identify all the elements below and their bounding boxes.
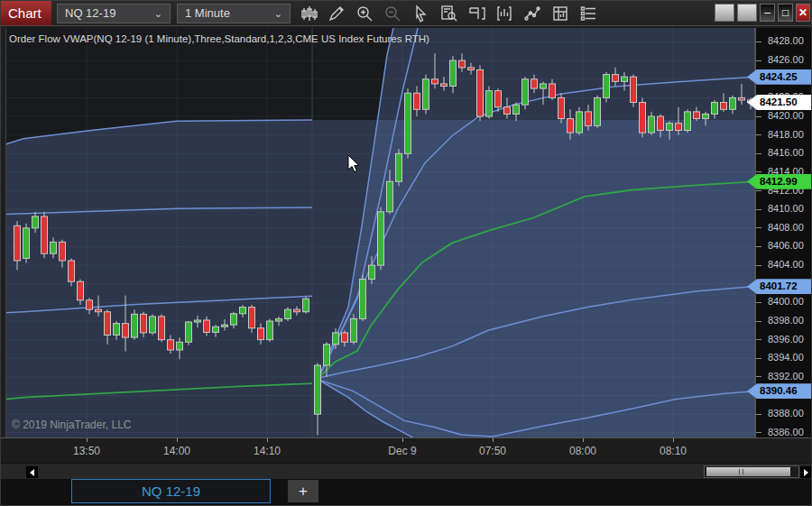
candle-up bbox=[378, 212, 384, 265]
scroll-right-button[interactable] bbox=[800, 466, 812, 478]
zoom-out-icon[interactable] bbox=[383, 4, 402, 23]
candle-up bbox=[132, 314, 138, 337]
candle-up bbox=[177, 342, 183, 350]
candle-up bbox=[240, 308, 246, 314]
price-tick-mark bbox=[756, 246, 761, 247]
price-tick-label: 8396.00 bbox=[768, 334, 804, 345]
price-tick-label: 8392.00 bbox=[768, 371, 804, 382]
price-tick-label: 8428.00 bbox=[768, 35, 804, 46]
candle-up bbox=[396, 153, 402, 181]
price-tick-mark bbox=[756, 302, 761, 303]
price-tick-mark bbox=[756, 432, 761, 433]
price-tick-label: 8388.00 bbox=[768, 408, 804, 419]
indicator-label: Order Flow VWAP(NQ 12-19 (1 Minute),Thre… bbox=[9, 33, 429, 44]
price-tick-label: 8400.00 bbox=[768, 296, 804, 307]
title-bar: Chart NQ 12-19 ⌄ 1 Minute ⌄ –□✕ bbox=[1, 1, 812, 26]
instrument-selector[interactable]: NQ 12-19 ⌄ bbox=[57, 4, 171, 23]
drawing-tools-icon[interactable] bbox=[522, 4, 542, 23]
properties-list-icon[interactable] bbox=[578, 4, 598, 23]
tab-nq-12-19[interactable]: NQ 12-19 bbox=[71, 479, 271, 503]
chevron-down-icon: ⌄ bbox=[154, 5, 162, 23]
candle-up bbox=[351, 318, 357, 342]
time-axis[interactable]: 13:5014:0014:10Dec 907:5008:0008:10 bbox=[1, 437, 812, 463]
time-tick-mark bbox=[493, 438, 494, 442]
minimize-button[interactable]: – bbox=[760, 4, 775, 22]
price-axis[interactable]: 8428.008426.008424.008422.008420.008418.… bbox=[755, 28, 812, 437]
price-tick-label: 8416.00 bbox=[768, 147, 804, 158]
candle-down bbox=[42, 216, 48, 253]
candle-down bbox=[69, 261, 75, 281]
candle-up bbox=[23, 228, 30, 259]
time-tick-label: 08:10 bbox=[660, 445, 687, 457]
interval-selector[interactable]: 1 Minute ⌄ bbox=[177, 4, 291, 23]
candle-up bbox=[303, 299, 309, 311]
chart-plot-area[interactable] bbox=[1, 28, 755, 437]
price-tick-mark bbox=[756, 60, 761, 61]
candle-down bbox=[342, 333, 348, 342]
scrollbar-grip bbox=[739, 469, 740, 474]
candle-up bbox=[405, 93, 411, 153]
time-tick-mark bbox=[87, 438, 88, 442]
candle-up bbox=[667, 124, 673, 131]
candle-up bbox=[540, 84, 547, 88]
time-tick-mark bbox=[583, 438, 584, 442]
indicators-icon[interactable] bbox=[494, 4, 514, 23]
price-tick-label: 8398.00 bbox=[768, 315, 804, 326]
time-tick-label: 13:50 bbox=[73, 445, 100, 457]
candle-up bbox=[360, 280, 366, 319]
candle-up bbox=[315, 365, 321, 414]
candle-up bbox=[150, 317, 156, 333]
price-tick-label: 8420.00 bbox=[768, 110, 804, 121]
price-tick-mark bbox=[756, 171, 761, 172]
price-marker-last: 8421.50 bbox=[747, 95, 812, 110]
candle-down bbox=[459, 60, 466, 68]
strategy-grid-icon[interactable] bbox=[550, 4, 570, 23]
maximize-button[interactable]: □ bbox=[778, 4, 793, 22]
pointer-icon[interactable] bbox=[411, 4, 430, 23]
tab-label: NQ 12-19 bbox=[142, 483, 200, 499]
add-tab-button[interactable]: + bbox=[288, 480, 318, 502]
candle-down bbox=[432, 79, 438, 84]
candle-up bbox=[387, 181, 393, 212]
close-button[interactable]: ✕ bbox=[796, 4, 810, 22]
price-tick-label: 8408.00 bbox=[768, 222, 804, 233]
price-tick-mark bbox=[756, 376, 761, 377]
price-tick-mark bbox=[756, 116, 761, 117]
data-box-icon[interactable] bbox=[438, 4, 458, 23]
candle-up bbox=[595, 97, 601, 125]
candle-up bbox=[285, 309, 291, 318]
window-option-2-button[interactable] bbox=[737, 4, 757, 22]
candle-down bbox=[96, 309, 102, 312]
scroll-row bbox=[1, 463, 812, 479]
candle-up bbox=[622, 77, 628, 81]
price-tick-label: 8410.00 bbox=[768, 203, 804, 214]
candle-down bbox=[60, 242, 66, 261]
horizontal-scrollbar[interactable] bbox=[704, 465, 799, 478]
panel-split-icon[interactable] bbox=[466, 4, 486, 23]
candle-down bbox=[567, 119, 574, 133]
price-tick-mark bbox=[756, 414, 761, 415]
price-tick-mark bbox=[756, 321, 761, 322]
candle-down bbox=[468, 68, 475, 70]
scrollbar-handle[interactable] bbox=[706, 467, 790, 476]
candle-down bbox=[531, 79, 538, 88]
instrument-selector-value: NQ 12-19 bbox=[65, 5, 115, 23]
candle-down bbox=[414, 93, 420, 109]
scroll-left-button[interactable] bbox=[26, 466, 38, 478]
candle-down bbox=[721, 103, 727, 110]
candle-down bbox=[294, 309, 300, 312]
candle-up bbox=[513, 105, 520, 114]
candle-down bbox=[549, 84, 556, 97]
candle-down bbox=[631, 77, 637, 102]
candle-up bbox=[577, 112, 583, 133]
candle-up bbox=[685, 112, 691, 131]
candle-down bbox=[159, 317, 165, 340]
chart-window: Chart NQ 12-19 ⌄ 1 Minute ⌄ –□✕ Order Fl… bbox=[0, 0, 812, 506]
window-option-1-button[interactable] bbox=[715, 4, 734, 22]
chart-style-icon[interactable] bbox=[299, 4, 318, 23]
interval-selector-value: 1 Minute bbox=[185, 5, 230, 23]
candle-up bbox=[114, 324, 120, 336]
pencil-draw-icon[interactable] bbox=[327, 4, 346, 23]
time-tick-mark bbox=[267, 438, 268, 442]
zoom-in-icon[interactable] bbox=[355, 4, 374, 23]
